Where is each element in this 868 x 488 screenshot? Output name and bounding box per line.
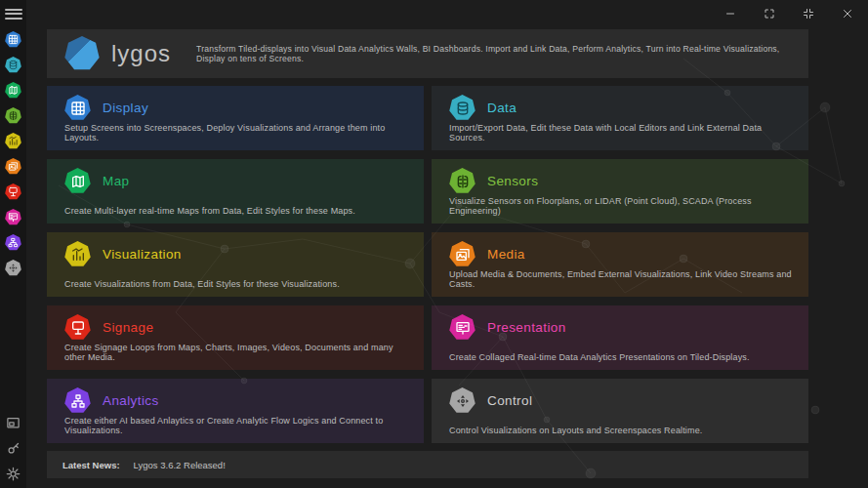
module-card-header: Media [449, 241, 795, 267]
key-icon [6, 441, 21, 456]
module-title: Signage [103, 320, 153, 335]
sidebar-item-media[interactable] [5, 158, 21, 175]
sidebar-bottom-tools [5, 415, 21, 482]
module-card-data[interactable]: Data Import/Export Data, Edit these Data… [432, 86, 808, 150]
module-title: Visualization [103, 247, 182, 262]
sidebar-item-presentation[interactable] [5, 209, 21, 225]
fullscreen-button[interactable] [757, 2, 782, 21]
module-title: Presentation [487, 320, 566, 335]
compress-button[interactable] [796, 2, 821, 21]
flow-chart-icon [64, 387, 91, 414]
module-card-header: Display [64, 95, 410, 121]
module-description: Setup Screens into Screenspaces, Deploy … [64, 123, 410, 142]
module-description: Create Collaged Real-time Data Analytics… [449, 352, 795, 362]
bar-chart-icon [8, 136, 19, 146]
sidebar-item-map[interactable] [5, 82, 21, 99]
module-title: Map [103, 174, 129, 188]
module-card-presentation[interactable]: Presentation Create Collaged Real-time D… [432, 305, 808, 370]
brand-tagline: Transform Tiled-displays into Visual Dat… [196, 44, 791, 63]
module-card-header: Map [64, 168, 410, 194]
lygos-logo-icon [64, 36, 100, 71]
bar-chart-icon [64, 241, 91, 267]
module-title: Media [487, 247, 525, 262]
module-card-header: Presentation [449, 314, 795, 341]
module-card-visualization[interactable]: Visualization Create Visualizations from… [47, 232, 424, 297]
module-description: Control Visualizations on Layouts and Sc… [449, 426, 795, 435]
brand-header: lygos Transform Tiled-displays into Visu… [47, 29, 808, 78]
media-images-icon [449, 241, 475, 267]
database-icon [8, 60, 19, 70]
module-description: Upload Media & Documents, Embed External… [449, 269, 795, 289]
module-title: Sensors [487, 174, 538, 188]
display-grid-icon [8, 34, 19, 45]
media-images-icon [8, 161, 19, 172]
module-card-header: Control [449, 387, 795, 414]
close-icon [842, 6, 853, 18]
database-icon [449, 95, 475, 121]
module-description: Import/Export Data, Edit these Data with… [449, 123, 795, 142]
module-title: Display [103, 101, 148, 115]
sidebar-item-data[interactable] [5, 57, 21, 73]
flow-chart-icon [8, 237, 19, 248]
sidebar-module-list [5, 31, 21, 276]
module-card-control[interactable]: Control Control Visualizations on Layout… [432, 379, 808, 443]
main-content: lygos Transform Tiled-displays into Visu… [47, 29, 808, 478]
dpad-icon [8, 263, 19, 273]
presentation-board-icon [8, 212, 19, 223]
module-description: Create Signage Loops from Maps, Charts, … [64, 343, 410, 362]
hamburger-icon[interactable] [5, 6, 22, 21]
presentation-board-icon [449, 314, 475, 341]
module-card-header: Visualization [64, 241, 410, 267]
sidebar-item-signage[interactable] [5, 183, 21, 200]
module-title: Data [487, 101, 517, 115]
sidebar-item-control[interactable] [5, 260, 21, 276]
module-card-analytics[interactable]: Analytics Create either AI based Anlayti… [47, 379, 424, 443]
module-card-header: Signage [64, 314, 410, 341]
display-grid-icon [64, 95, 91, 121]
dpad-icon [449, 387, 475, 414]
preview-window-button[interactable] [5, 415, 21, 431]
module-card-map[interactable]: Map Create Multi-layer real-time Maps fr… [47, 159, 424, 224]
sensors-icon [449, 168, 475, 194]
sidebar-item-display[interactable] [5, 31, 21, 48]
module-description: Create Multi-layer real-time Maps from D… [64, 206, 410, 216]
module-title: Control [487, 393, 532, 408]
brand-name: lygos [111, 40, 171, 67]
module-card-header: Analytics [64, 387, 410, 414]
sidebar-item-sensors[interactable] [5, 107, 21, 124]
module-card-header: Data [449, 95, 795, 121]
module-card-sensors[interactable]: Sensors Visualize Sensors on Floorplans,… [432, 159, 808, 224]
news-text: Lygos 3.6.2 Released! [134, 460, 226, 470]
close-button[interactable] [835, 2, 860, 21]
module-title: Analytics [103, 393, 159, 408]
module-description: Create Visualizations from Data, Edit St… [64, 279, 410, 289]
module-card-display[interactable]: Display Setup Screens into Screenspaces,… [47, 86, 424, 150]
preview-window-icon [6, 416, 21, 430]
module-grid: Display Setup Screens into Screenspaces,… [47, 86, 808, 443]
module-card-header: Sensors [449, 168, 795, 194]
sidebar-item-analytics[interactable] [5, 234, 21, 251]
sidebar [0, 0, 26, 488]
module-description: Visualize Sensors on Floorplans, or LIDA… [449, 196, 795, 216]
signpost-icon [64, 314, 91, 341]
map-icon [8, 85, 19, 96]
minimize-button[interactable] [718, 2, 743, 21]
minimize-icon [724, 6, 736, 18]
map-icon [64, 168, 91, 194]
signpost-icon [8, 186, 19, 197]
news-label: Latest News: [62, 460, 120, 470]
window-titlebar [26, 0, 868, 23]
compress-icon [803, 6, 814, 18]
module-card-signage[interactable]: Signage Create Signage Loops from Maps, … [47, 305, 424, 370]
key-button[interactable] [5, 440, 21, 457]
fullscreen-icon [764, 6, 775, 18]
news-bar: Latest News: Lygos 3.6.2 Released! [47, 451, 808, 478]
sensors-icon [8, 110, 19, 121]
module-card-media[interactable]: Media Upload Media & Documents, Embed Ex… [432, 232, 808, 297]
settings-button[interactable] [5, 466, 21, 482]
gear-icon [6, 467, 21, 481]
sidebar-item-visualization[interactable] [5, 133, 21, 149]
module-description: Create either AI based Anlaytics or Crea… [64, 416, 410, 435]
